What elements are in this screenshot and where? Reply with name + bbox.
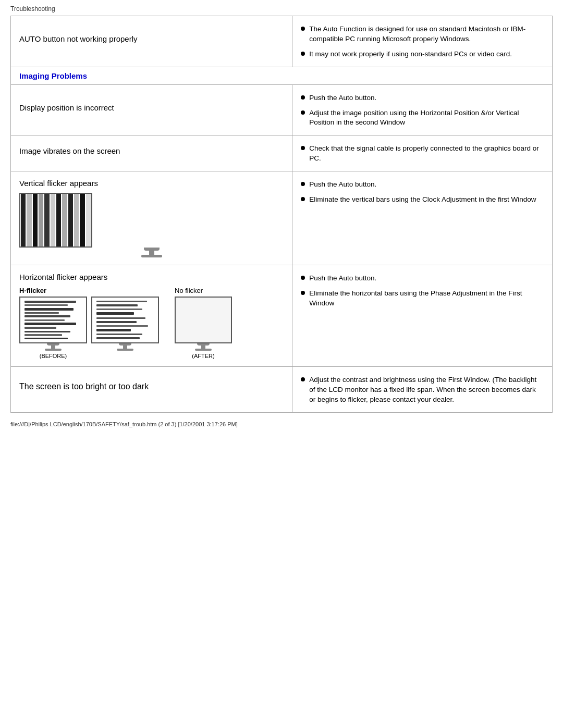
hflicker-illustration: H-flicker	[19, 287, 284, 359]
hbar	[96, 301, 147, 302]
list-item: The Auto Function is designed for use on…	[301, 24, 544, 44]
hbar	[96, 312, 134, 315]
table-row: Image vibrates on the screen Check that …	[11, 135, 553, 171]
hbar	[25, 331, 70, 332]
hflicker-before-images: (BEFORE)	[19, 297, 159, 359]
table-row: Horizontal flicker appears H-flicker	[11, 265, 553, 367]
vertical-flicker-problem: Vertical flicker appears	[19, 179, 98, 188]
hbar	[96, 334, 142, 335]
vflicker-illustration	[19, 193, 284, 257]
hbar	[96, 304, 138, 306]
list-item: Eliminate the vertical bars using the Cl…	[301, 195, 544, 205]
vflicker-screen	[19, 193, 92, 248]
hbars-1	[20, 298, 86, 342]
monitor-foot	[117, 349, 133, 351]
hflicker-img1-col: (BEFORE)	[19, 297, 87, 359]
hbar	[25, 323, 76, 325]
hbar	[25, 304, 68, 306]
solution-text: Eliminate the vertical bars using the Cl…	[309, 195, 536, 205]
hbar	[96, 329, 131, 331]
hbar	[96, 337, 140, 339]
image-vibrates-problem: Image vibrates on the screen	[19, 146, 284, 155]
bullet-icon	[301, 276, 305, 280]
auto-button-solutions: The Auto Function is designed for use on…	[301, 24, 544, 59]
bullet-icon	[301, 197, 305, 201]
solution-cell-brightness: Adjust the contrast and brightness using…	[292, 367, 553, 413]
hflicker-after-group: No flicker (AFTER)	[175, 287, 232, 359]
auto-button-problem: AUTO button not working properly	[19, 34, 284, 43]
hbar	[25, 301, 76, 303]
display-position-solutions: Push the Auto button. Adjust the image p…	[301, 93, 544, 128]
imaging-problems-header-row: Imaging Problems	[11, 67, 553, 84]
table-row: The screen is too bright or too dark Adj…	[11, 367, 553, 413]
solution-text: Adjust the image position using the Hori…	[309, 108, 544, 128]
bullet-icon	[301, 95, 305, 100]
bullet-icon	[301, 27, 305, 31]
problem-cell-vflicker: Vertical flicker appears	[11, 171, 292, 265]
hbar	[25, 338, 68, 339]
table-row: Vertical flicker appears	[11, 171, 553, 265]
horizontal-flicker-problem: Horizontal flicker appears	[19, 273, 107, 281]
solution-text: Eliminate the horizontal bars using the …	[309, 289, 544, 309]
monitor-stand	[149, 251, 154, 255]
hflicker-before-group: H-flicker	[19, 287, 159, 359]
monitor-foot	[45, 349, 62, 351]
solution-cell-hflicker: Push the Auto button. Eliminate the hori…	[292, 265, 553, 367]
image-vibrates-solutions: Check that the signal cable is properly …	[301, 144, 544, 164]
horizontal-flicker-solutions: Push the Auto button. Eliminate the hori…	[301, 274, 544, 309]
hflicker-img2-col	[91, 297, 159, 359]
bullet-icon	[301, 377, 305, 381]
hbar	[96, 309, 142, 310]
hflicker-screen-1	[19, 297, 87, 343]
monitor-foot	[195, 349, 212, 351]
solution-cell-vflicker: Push the Auto button. Eliminate the vert…	[292, 171, 553, 265]
no-flicker-label: No flicker	[175, 287, 203, 294]
hbar	[96, 325, 148, 327]
vertical-flicker-solutions: Push the Auto button. Eliminate the vert…	[301, 180, 544, 205]
solution-text: Check that the signal cable is properly …	[309, 144, 544, 164]
problem-cell-brightness: The screen is too bright or too dark	[11, 367, 292, 413]
solution-text: Push the Auto button.	[309, 180, 376, 190]
solution-cell-display: Push the Auto button. Adjust the image p…	[292, 84, 553, 135]
hbars-2	[92, 298, 158, 342]
bullet-icon	[301, 52, 305, 56]
table-row: Display position is incorrect Push the A…	[11, 84, 553, 135]
h-flicker-label: H-flicker	[19, 287, 46, 294]
list-item: Push the Auto button.	[301, 180, 544, 190]
solution-text: Push the Auto button.	[309, 93, 376, 103]
breadcrumb: Troubleshooting	[10, 5, 553, 13]
bullet-icon	[301, 146, 305, 150]
hflicker-screen-2	[91, 297, 159, 343]
problem-cell-display: Display position is incorrect	[11, 84, 292, 135]
solution-text: It may not work properly if using non-st…	[309, 50, 512, 59]
before-label: (BEFORE)	[40, 353, 67, 359]
display-position-problem: Display position is incorrect	[19, 103, 284, 112]
no-flicker-screen	[175, 297, 232, 343]
bullet-icon	[301, 110, 305, 115]
solution-cell-auto: The Auto Function is designed for use on…	[292, 16, 553, 67]
hbar	[25, 327, 56, 329]
hbar	[25, 315, 70, 317]
solution-text: The Auto Function is designed for use on…	[309, 24, 544, 44]
table-row: AUTO button not working properly The Aut…	[11, 16, 553, 67]
main-table: AUTO button not working properly The Aut…	[10, 16, 553, 413]
hbar	[25, 334, 62, 336]
solution-text: Adjust the contrast and brightness using…	[309, 375, 544, 405]
brightness-problem: The screen is too bright or too dark	[19, 382, 284, 391]
solution-cell-vibrates: Check that the signal cable is properly …	[292, 135, 553, 171]
hflicker-after-col: (AFTER)	[175, 297, 232, 359]
hbar	[25, 319, 65, 321]
list-item: Push the Auto button.	[301, 274, 544, 283]
brightness-solutions: Adjust the contrast and brightness using…	[301, 375, 544, 405]
list-item: Check that the signal cable is properly …	[301, 144, 544, 164]
hbar	[96, 321, 137, 323]
bullet-icon	[301, 182, 305, 186]
list-item: Adjust the image position using the Hori…	[301, 108, 544, 128]
hbar	[25, 308, 74, 311]
list-item: Push the Auto button.	[301, 93, 544, 103]
problem-cell-hflicker: Horizontal flicker appears H-flicker	[11, 265, 292, 367]
monitor-foot	[141, 255, 162, 257]
footer: file:///D|/Philips LCD/english/170B/SAFE…	[10, 421, 553, 427]
problem-cell-auto: AUTO button not working properly	[11, 16, 292, 67]
hbar	[25, 312, 59, 314]
